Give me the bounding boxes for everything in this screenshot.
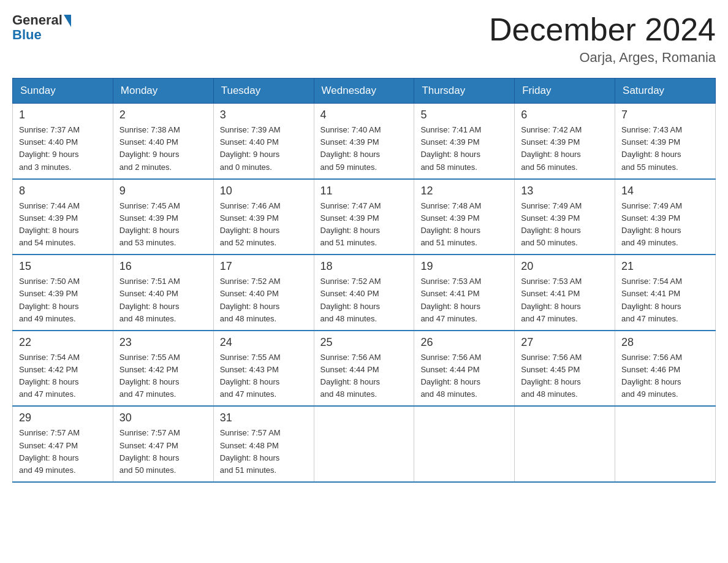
day-info: Sunrise: 7:56 AMSunset: 4:44 PMDaylight:… <box>320 351 408 401</box>
day-info: Sunrise: 7:44 AMSunset: 4:39 PMDaylight:… <box>19 200 107 250</box>
calendar-table: Sunday Monday Tuesday Wednesday Thursday… <box>12 78 716 483</box>
day-info: Sunrise: 7:56 AMSunset: 4:44 PMDaylight:… <box>420 351 508 401</box>
day-info: Sunrise: 7:57 AMSunset: 4:47 PMDaylight:… <box>119 427 207 477</box>
col-thursday: Thursday <box>414 79 515 104</box>
day-number: 17 <box>220 260 308 273</box>
day-info: Sunrise: 7:55 AMSunset: 4:42 PMDaylight:… <box>119 351 207 401</box>
day-number: 8 <box>19 185 107 197</box>
day-info: Sunrise: 7:41 AMSunset: 4:39 PMDaylight:… <box>420 124 508 174</box>
logo-triangle-icon <box>64 15 71 27</box>
day-number: 13 <box>521 185 609 197</box>
table-row: 23 Sunrise: 7:55 AMSunset: 4:42 PMDaylig… <box>113 331 213 407</box>
table-row: 1 Sunrise: 7:37 AMSunset: 4:40 PMDayligh… <box>13 104 113 179</box>
table-row: 28 Sunrise: 7:56 AMSunset: 4:46 PMDaylig… <box>615 331 716 407</box>
table-row: 12 Sunrise: 7:48 AMSunset: 4:39 PMDaylig… <box>414 179 515 255</box>
calendar-body: 1 Sunrise: 7:37 AMSunset: 4:40 PMDayligh… <box>13 104 716 482</box>
table-row: 14 Sunrise: 7:49 AMSunset: 4:39 PMDaylig… <box>615 179 716 255</box>
day-info: Sunrise: 7:49 AMSunset: 4:39 PMDaylight:… <box>521 200 609 250</box>
table-row: 21 Sunrise: 7:54 AMSunset: 4:41 PMDaylig… <box>615 255 716 331</box>
table-row <box>414 406 515 482</box>
table-row: 15 Sunrise: 7:50 AMSunset: 4:39 PMDaylig… <box>13 255 113 331</box>
table-row: 20 Sunrise: 7:53 AMSunset: 4:41 PMDaylig… <box>515 255 615 331</box>
day-info: Sunrise: 7:54 AMSunset: 4:41 PMDaylight:… <box>621 275 709 325</box>
table-row: 18 Sunrise: 7:52 AMSunset: 4:40 PMDaylig… <box>314 255 414 331</box>
day-info: Sunrise: 7:52 AMSunset: 4:40 PMDaylight:… <box>320 275 408 325</box>
day-info: Sunrise: 7:55 AMSunset: 4:43 PMDaylight:… <box>220 351 308 401</box>
day-number: 25 <box>320 336 408 349</box>
table-row <box>615 406 716 482</box>
title-section: December 2024 Oarja, Arges, Romania <box>489 12 716 66</box>
table-row: 8 Sunrise: 7:44 AMSunset: 4:39 PMDayligh… <box>13 179 113 255</box>
day-info: Sunrise: 7:49 AMSunset: 4:39 PMDaylight:… <box>621 200 709 250</box>
logo-general-text: General <box>12 12 63 28</box>
day-info: Sunrise: 7:54 AMSunset: 4:42 PMDaylight:… <box>19 351 107 401</box>
day-number: 19 <box>420 260 508 273</box>
day-info: Sunrise: 7:57 AMSunset: 4:48 PMDaylight:… <box>220 427 308 477</box>
day-number: 9 <box>119 185 207 197</box>
page-header: General Blue December 2024 Oarja, Arges,… <box>12 12 716 66</box>
table-row: 30 Sunrise: 7:57 AMSunset: 4:47 PMDaylig… <box>113 406 213 482</box>
table-row: 2 Sunrise: 7:38 AMSunset: 4:40 PMDayligh… <box>113 104 213 179</box>
day-number: 27 <box>521 336 609 349</box>
day-info: Sunrise: 7:53 AMSunset: 4:41 PMDaylight:… <box>521 275 609 325</box>
col-monday: Monday <box>113 79 213 104</box>
day-info: Sunrise: 7:53 AMSunset: 4:41 PMDaylight:… <box>420 275 508 325</box>
day-number: 14 <box>621 185 709 197</box>
day-number: 31 <box>220 412 308 424</box>
table-row: 3 Sunrise: 7:39 AMSunset: 4:40 PMDayligh… <box>213 104 314 179</box>
day-number: 4 <box>320 109 408 121</box>
table-row: 13 Sunrise: 7:49 AMSunset: 4:39 PMDaylig… <box>515 179 615 255</box>
day-number: 26 <box>420 336 508 349</box>
day-number: 11 <box>320 185 408 197</box>
day-number: 10 <box>220 185 308 197</box>
day-info: Sunrise: 7:56 AMSunset: 4:45 PMDaylight:… <box>521 351 609 401</box>
day-number: 18 <box>320 260 408 273</box>
day-number: 12 <box>420 185 508 197</box>
day-info: Sunrise: 7:40 AMSunset: 4:39 PMDaylight:… <box>320 124 408 174</box>
day-number: 23 <box>119 336 207 349</box>
day-info: Sunrise: 7:42 AMSunset: 4:39 PMDaylight:… <box>521 124 609 174</box>
calendar-header: Sunday Monday Tuesday Wednesday Thursday… <box>13 79 716 104</box>
col-wednesday: Wednesday <box>314 79 414 104</box>
day-info: Sunrise: 7:37 AMSunset: 4:40 PMDaylight:… <box>19 124 107 174</box>
month-title: December 2024 <box>489 12 716 47</box>
day-number: 7 <box>621 109 709 121</box>
table-row: 10 Sunrise: 7:46 AMSunset: 4:39 PMDaylig… <box>213 179 314 255</box>
table-row: 4 Sunrise: 7:40 AMSunset: 4:39 PMDayligh… <box>314 104 414 179</box>
table-row <box>314 406 414 482</box>
table-row: 19 Sunrise: 7:53 AMSunset: 4:41 PMDaylig… <box>414 255 515 331</box>
table-row: 11 Sunrise: 7:47 AMSunset: 4:39 PMDaylig… <box>314 179 414 255</box>
location-subtitle: Oarja, Arges, Romania <box>489 50 716 66</box>
table-row: 31 Sunrise: 7:57 AMSunset: 4:48 PMDaylig… <box>213 406 314 482</box>
day-info: Sunrise: 7:45 AMSunset: 4:39 PMDaylight:… <box>119 200 207 250</box>
logo-blue-text: Blue <box>12 27 42 43</box>
day-number: 21 <box>621 260 709 273</box>
col-sunday: Sunday <box>13 79 113 104</box>
table-row: 6 Sunrise: 7:42 AMSunset: 4:39 PMDayligh… <box>515 104 615 179</box>
table-row: 27 Sunrise: 7:56 AMSunset: 4:45 PMDaylig… <box>515 331 615 407</box>
table-row: 17 Sunrise: 7:52 AMSunset: 4:40 PMDaylig… <box>213 255 314 331</box>
day-info: Sunrise: 7:48 AMSunset: 4:39 PMDaylight:… <box>420 200 508 250</box>
day-number: 2 <box>119 109 207 121</box>
day-info: Sunrise: 7:51 AMSunset: 4:40 PMDaylight:… <box>119 275 207 325</box>
day-info: Sunrise: 7:52 AMSunset: 4:40 PMDaylight:… <box>220 275 308 325</box>
day-info: Sunrise: 7:38 AMSunset: 4:40 PMDaylight:… <box>119 124 207 174</box>
day-info: Sunrise: 7:47 AMSunset: 4:39 PMDaylight:… <box>320 200 408 250</box>
day-number: 15 <box>19 260 107 273</box>
table-row: 26 Sunrise: 7:56 AMSunset: 4:44 PMDaylig… <box>414 331 515 407</box>
table-row: 24 Sunrise: 7:55 AMSunset: 4:43 PMDaylig… <box>213 331 314 407</box>
day-number: 1 <box>19 109 107 121</box>
day-info: Sunrise: 7:56 AMSunset: 4:46 PMDaylight:… <box>621 351 709 401</box>
logo: General Blue <box>12 12 71 43</box>
col-saturday: Saturday <box>615 79 716 104</box>
col-friday: Friday <box>515 79 615 104</box>
table-row: 16 Sunrise: 7:51 AMSunset: 4:40 PMDaylig… <box>113 255 213 331</box>
day-number: 24 <box>220 336 308 349</box>
day-number: 20 <box>521 260 609 273</box>
day-info: Sunrise: 7:43 AMSunset: 4:39 PMDaylight:… <box>621 124 709 174</box>
table-row: 22 Sunrise: 7:54 AMSunset: 4:42 PMDaylig… <box>13 331 113 407</box>
col-tuesday: Tuesday <box>213 79 314 104</box>
table-row <box>515 406 615 482</box>
day-info: Sunrise: 7:39 AMSunset: 4:40 PMDaylight:… <box>220 124 308 174</box>
table-row: 5 Sunrise: 7:41 AMSunset: 4:39 PMDayligh… <box>414 104 515 179</box>
